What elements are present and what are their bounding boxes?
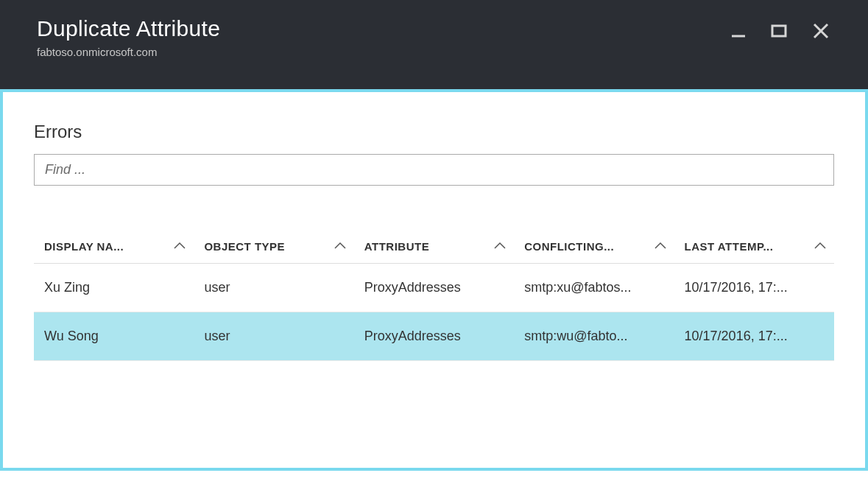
header-titles: Duplicate Attribute fabtoso.onmicrosoft.… [37, 16, 220, 58]
cell-conflicting: smtp:wu@fabto... [514, 312, 674, 361]
svg-rect-1 [772, 26, 786, 36]
column-label: OBJECT TYPE [204, 240, 285, 253]
content-panel: Errors DISPLAY NA... OBJECT TYPE [0, 89, 868, 471]
column-label: CONFLICTING... [524, 240, 614, 253]
column-header-object-type[interactable]: OBJECT TYPE [194, 230, 353, 264]
page-subtitle: fabtoso.onmicrosoft.com [37, 46, 220, 58]
restore-button[interactable] [769, 21, 790, 41]
table-row[interactable]: Wu SonguserProxyAddressessmtp:wu@fabto..… [34, 312, 834, 361]
cell-attribute: ProxyAddresses [354, 312, 514, 361]
column-header-conflicting[interactable]: CONFLICTING... [514, 230, 674, 264]
column-header-attribute[interactable]: ATTRIBUTE [354, 230, 514, 264]
close-icon [811, 21, 830, 41]
table-row[interactable]: Xu ZinguserProxyAddressessmtp:xu@fabtos.… [34, 264, 834, 312]
window-controls [728, 21, 831, 41]
column-label: ATTRIBUTE [364, 240, 429, 253]
sort-caret-up-icon [654, 240, 667, 253]
sort-caret-up-icon [814, 240, 827, 253]
cell-conflicting: smtp:xu@fabtos... [514, 264, 674, 312]
page-title: Duplicate Attribute [37, 16, 220, 41]
cell-last-attempt: 10/17/2016, 17:... [674, 312, 834, 361]
sort-caret-up-icon [493, 240, 507, 253]
cell-display-name: Xu Zing [34, 264, 194, 312]
table-body: Xu ZinguserProxyAddressessmtp:xu@fabtos.… [34, 264, 834, 361]
minimize-button[interactable] [728, 21, 749, 41]
column-header-last-attempt[interactable]: LAST ATTEMP... [674, 230, 834, 264]
sort-caret-up-icon [173, 240, 186, 253]
minimize-icon [730, 22, 747, 40]
cell-attribute: ProxyAddresses [354, 264, 514, 312]
section-title: Errors [34, 122, 834, 142]
table-header-row: DISPLAY NA... OBJECT TYPE [34, 230, 834, 264]
cell-last-attempt: 10/17/2016, 17:... [674, 264, 834, 312]
column-header-display-name[interactable]: DISPLAY NA... [34, 230, 194, 264]
column-label: LAST ATTEMP... [685, 240, 774, 253]
cell-display-name: Wu Song [34, 312, 194, 361]
errors-table: DISPLAY NA... OBJECT TYPE [34, 230, 834, 361]
restore-icon [770, 21, 789, 41]
close-button[interactable] [811, 21, 831, 41]
column-label: DISPLAY NA... [44, 240, 124, 253]
search-input[interactable] [34, 154, 834, 186]
cell-object-type: user [194, 312, 353, 361]
cell-object-type: user [194, 264, 353, 312]
sort-caret-up-icon [334, 240, 347, 253]
header-bar: Duplicate Attribute fabtoso.onmicrosoft.… [0, 3, 868, 89]
